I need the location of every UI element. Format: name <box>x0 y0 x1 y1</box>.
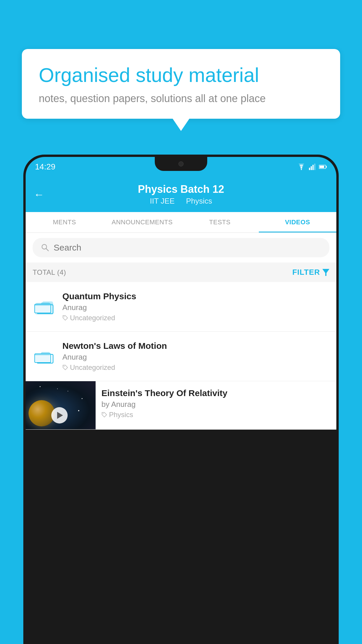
svg-line-9 <box>46 249 48 251</box>
svg-marker-10 <box>322 269 329 276</box>
status-bar: 14:29 <box>26 157 336 177</box>
search-container <box>26 233 336 262</box>
notch <box>155 157 207 171</box>
svg-point-14 <box>64 316 65 317</box>
tab-bar: MENTS ANNOUNCEMENTS TESTS VIDEOS <box>26 212 336 233</box>
total-count: TOTAL (4) <box>33 268 66 276</box>
tag-label: Physics <box>109 411 133 419</box>
video-tag: Uncategorized <box>62 314 329 322</box>
folder-icon <box>33 295 56 318</box>
video-list: Quantum Physics Anurag Uncategorized <box>26 282 336 430</box>
speech-bubble: Organised study material notes, question… <box>22 49 340 119</box>
subtitle-course: IIT JEE <box>150 197 175 205</box>
svg-rect-2 <box>311 166 312 170</box>
tab-videos[interactable]: VIDEOS <box>259 212 337 232</box>
video-author: Anurag <box>62 303 329 312</box>
svg-rect-7 <box>319 166 324 168</box>
folder-icon <box>33 345 56 368</box>
tag-label: Uncategorized <box>70 363 115 372</box>
folder-svg <box>34 346 55 367</box>
search-input[interactable] <box>54 243 321 253</box>
video-title: Newton's Laws of Motion <box>62 341 329 351</box>
speech-bubble-section: Organised study material notes, question… <box>22 49 340 119</box>
battery-icon <box>319 164 327 169</box>
tab-ments[interactable]: MENTS <box>26 212 103 232</box>
svg-point-0 <box>301 169 302 170</box>
clock: 14:29 <box>35 162 55 172</box>
speech-bubble-subtitle: notes, question papers, solutions all at… <box>39 92 323 105</box>
video-info: Quantum Physics Anurag Uncategorized <box>62 291 329 322</box>
video-tag: Uncategorized <box>62 363 329 372</box>
list-item[interactable]: Newton's Laws of Motion Anurag Uncategor… <box>26 332 336 381</box>
video-info: Newton's Laws of Motion Anurag Uncategor… <box>62 341 329 372</box>
tag-icon <box>101 412 107 418</box>
tag-icon <box>62 315 68 321</box>
svg-point-17 <box>64 366 65 367</box>
search-icon <box>41 243 50 252</box>
speech-bubble-title: Organised study material <box>39 64 323 86</box>
page-subtitle: IIT JEE Physics <box>147 197 215 206</box>
tag-label: Uncategorized <box>70 314 115 322</box>
thumb-background <box>26 381 96 429</box>
play-button[interactable] <box>51 407 68 424</box>
filter-label: FILTER <box>292 268 320 277</box>
video-thumbnail <box>26 381 96 429</box>
page-title: Physics Batch 12 <box>138 183 224 195</box>
search-bar[interactable] <box>33 238 329 257</box>
video-info: Einstein's Theory Of Relativity by Anura… <box>96 381 336 426</box>
app-header: ← Physics Batch 12 IIT JEE Physics <box>26 177 336 212</box>
filter-button[interactable]: FILTER <box>292 268 329 277</box>
tab-tests[interactable]: TESTS <box>181 212 259 232</box>
subtitle-subject: Physics <box>186 197 212 205</box>
video-tag: Physics <box>101 411 331 419</box>
video-author: by Anurag <box>101 400 331 409</box>
video-title: Quantum Physics <box>62 291 329 301</box>
signal-icon <box>309 164 315 170</box>
svg-rect-1 <box>309 168 310 170</box>
wifi-icon <box>297 164 305 170</box>
svg-rect-3 <box>312 165 314 170</box>
phone-screen: 14:29 <box>26 157 336 644</box>
filter-bar: TOTAL (4) FILTER <box>26 262 336 282</box>
tag-icon <box>62 365 68 370</box>
list-item[interactable]: Einstein's Theory Of Relativity by Anura… <box>26 381 336 430</box>
tab-announcements[interactable]: ANNOUNCEMENTS <box>103 212 181 232</box>
svg-rect-4 <box>314 164 315 170</box>
back-button[interactable]: ← <box>34 188 44 201</box>
svg-point-18 <box>103 413 104 414</box>
camera <box>178 161 184 167</box>
phone-frame: 14:29 <box>23 155 339 644</box>
video-title: Einstein's Theory Of Relativity <box>101 388 331 398</box>
folder-svg <box>34 297 55 317</box>
svg-rect-6 <box>326 166 327 168</box>
video-author: Anurag <box>62 353 329 362</box>
list-item[interactable]: Quantum Physics Anurag Uncategorized <box>26 282 336 332</box>
status-icons <box>297 164 327 170</box>
filter-icon <box>322 269 329 276</box>
planet-decoration <box>29 400 55 426</box>
